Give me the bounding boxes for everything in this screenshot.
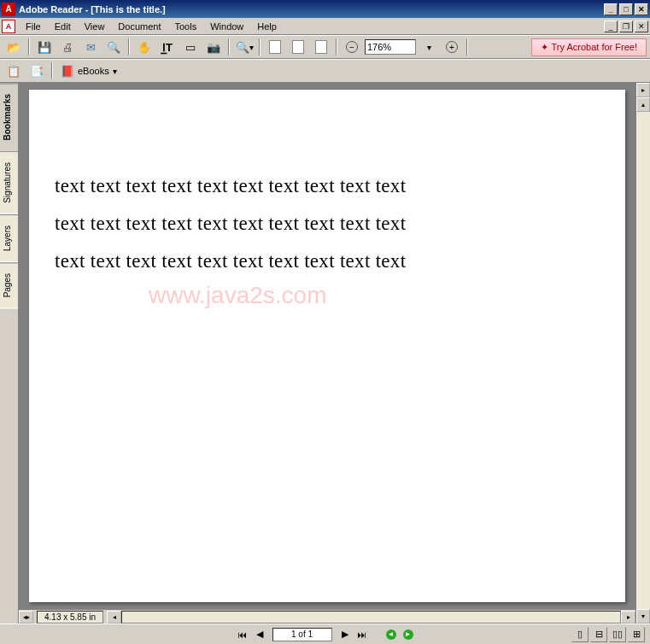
marquee-icon: ▭	[184, 40, 197, 54]
facing-icon: ▯▯	[612, 629, 623, 640]
collapse-sidebar-button[interactable]: ◂▸	[19, 611, 33, 624]
vscroll-down-button[interactable]: ▾	[636, 609, 650, 624]
ebooks-dropdown[interactable]: 📕 eBooks ▾	[57, 62, 120, 79]
clipboard-button[interactable]: 📋	[3, 61, 24, 80]
page-navigation: ⏮ ◀ ▶ ⏭ ◄ ►	[235, 627, 416, 642]
separator	[259, 38, 261, 56]
next-view-button[interactable]: ►	[401, 627, 416, 642]
sidebar-tab-signatures[interactable]: Signatures	[0, 151, 18, 214]
next-page-icon: ▶	[342, 629, 348, 640]
continuous-facing-view-button[interactable]: ⊞	[628, 627, 645, 642]
main-area: BookmarksSignaturesLayersPages text text…	[0, 83, 650, 624]
clipboard-icon: 📋	[7, 64, 20, 78]
hscroll-left-button[interactable]: ◂	[107, 611, 121, 624]
continuous-view-button[interactable]: ⊟	[590, 627, 607, 642]
vertical-scrollbar: ▸ ▴ ▾	[635, 83, 650, 624]
fit-width-button[interactable]	[311, 38, 331, 56]
camera-icon: 📷	[207, 40, 220, 54]
mdi-close-button[interactable]: ✕	[635, 20, 648, 32]
minus-icon: −	[346, 41, 358, 53]
try-acrobat-button[interactable]: ✦ Try Acrobat for Free!	[531, 38, 647, 56]
page-icon	[269, 40, 281, 54]
mail-icon: ✉	[84, 40, 97, 54]
continuous-facing-icon: ⊞	[633, 629, 641, 640]
hand-icon: ✋	[138, 40, 151, 54]
organize-icon: 📑	[30, 64, 44, 78]
prev-view-button[interactable]: ◄	[384, 627, 399, 642]
main-toolbar: 📂 💾 🖨 ✉ 🔍 ✋ I̲T ▭ 📷 🔍▾ − ▾ + ✦ Try Acrob…	[0, 35, 650, 59]
facing-view-button[interactable]: ▯▯	[609, 627, 626, 642]
snapshot-button[interactable]: 📷	[203, 38, 224, 56]
acrobat-promo-icon: ✦	[541, 42, 548, 53]
window-title: Adobe Reader - [This is the title.]	[19, 4, 604, 15]
actual-size-button[interactable]	[265, 38, 285, 56]
mdi-restore-button[interactable]: ❐	[619, 20, 633, 32]
last-page-icon: ⏭	[357, 629, 366, 640]
prev-page-button[interactable]: ◀	[252, 627, 267, 642]
menu-tools[interactable]: Tools	[168, 20, 204, 33]
binoculars-icon: 🔍	[107, 40, 120, 54]
menu-document[interactable]: Document	[111, 20, 167, 33]
zoom-tool-button[interactable]: 🔍▾	[234, 38, 255, 56]
hand-tool-button[interactable]: ✋	[134, 38, 155, 56]
text-select-icon: I̲T	[161, 40, 174, 54]
page-layout-buttons: ▯ ⊟ ▯▯ ⊞	[571, 627, 645, 642]
menu-view[interactable]: View	[78, 20, 112, 33]
vscroll-track[interactable]	[636, 112, 650, 609]
open-button[interactable]: 📂	[3, 38, 24, 56]
page-number-input[interactable]	[272, 628, 332, 641]
window-titlebar: A Adobe Reader - [This is the title.] _ …	[0, 0, 650, 18]
zoom-dropdown-button[interactable]: ▾	[419, 38, 439, 56]
maximize-button[interactable]: □	[619, 3, 633, 15]
print-button[interactable]: 🖨	[57, 38, 78, 56]
app-icon: A	[2, 3, 15, 16]
page-icon	[292, 40, 304, 54]
document-viewport[interactable]: text text text text text text text text …	[19, 83, 635, 609]
prev-page-icon: ◀	[256, 629, 263, 640]
vscroll-menu-button[interactable]: ▸	[636, 83, 650, 97]
next-page-button[interactable]: ▶	[337, 627, 353, 642]
hscroll-right-button[interactable]: ▸	[621, 611, 635, 624]
search-button[interactable]: 🔍	[103, 38, 124, 56]
vscroll-up-button[interactable]: ▴	[636, 97, 650, 112]
statusbar: ⏮ ◀ ▶ ⏭ ◄ ► ▯ ⊟ ▯▯ ⊞	[0, 624, 650, 644]
menu-window[interactable]: Window	[203, 20, 250, 33]
ebooks-icon: 📕	[61, 64, 74, 78]
separator	[28, 38, 30, 56]
menu-file[interactable]: File	[19, 20, 48, 33]
zoom-out-button[interactable]: −	[342, 38, 362, 56]
zoom-in-button[interactable]: +	[442, 38, 462, 56]
text-select-button[interactable]: I̲T	[157, 38, 178, 56]
separator	[51, 62, 53, 79]
organize-button[interactable]: 📑	[26, 61, 47, 80]
continuous-icon: ⊟	[595, 629, 603, 640]
document-text-line: text text text text text text text text …	[55, 175, 600, 197]
save-button[interactable]: 💾	[34, 38, 55, 56]
pdf-icon: A	[2, 20, 15, 33]
horizontal-info-bar: ◂▸ 4.13 x 5.85 in ◂ ▸	[19, 609, 635, 624]
mdi-minimize-button[interactable]: _	[604, 20, 618, 32]
dropdown-arrow-icon: ▾	[113, 67, 117, 76]
first-page-button[interactable]: ⏮	[235, 627, 250, 642]
hscroll-track[interactable]	[121, 611, 621, 624]
close-button[interactable]: ✕	[635, 3, 648, 15]
plus-icon: +	[446, 41, 458, 53]
page-dimensions: 4.13 x 5.85 in	[37, 611, 103, 624]
sidebar-tab-bookmarks[interactable]: Bookmarks	[0, 83, 18, 151]
single-page-view-button[interactable]: ▯	[571, 627, 589, 642]
document-text-line: text text text text text text text text …	[55, 213, 600, 235]
page-icon	[315, 40, 327, 54]
fit-page-button[interactable]	[288, 38, 308, 56]
zoom-input[interactable]	[365, 39, 416, 55]
pdf-page: text text text text text text text text …	[29, 90, 625, 602]
separator	[336, 38, 337, 56]
last-page-button[interactable]: ⏭	[354, 627, 370, 642]
minimize-button[interactable]: _	[604, 3, 618, 15]
email-button[interactable]: ✉	[80, 38, 101, 56]
menu-help[interactable]: Help	[250, 20, 284, 33]
dropdown-arrow-icon: ▾	[249, 43, 254, 52]
sidebar-tab-layers[interactable]: Layers	[0, 214, 18, 262]
sidebar-tab-pages[interactable]: Pages	[0, 262, 18, 308]
marquee-button[interactable]: ▭	[180, 38, 201, 56]
menu-edit[interactable]: Edit	[48, 20, 78, 33]
